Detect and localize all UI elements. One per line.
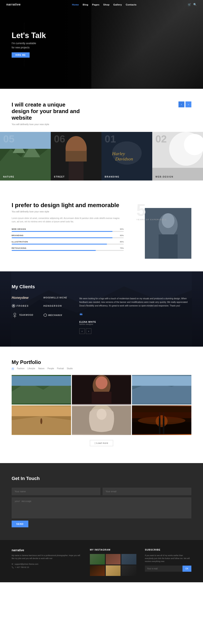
svg-rect-20 <box>158 234 178 259</box>
nav-contacts[interactable]: Contacts <box>126 4 136 6</box>
hero-subtitle2: for new projects <box>12 46 46 49</box>
svg-marker-30 <box>44 314 47 316</box>
nav-gallery[interactable]: Gallery <box>113 4 122 6</box>
footer-instagram-title: MY INSTAGRAM <box>90 548 136 551</box>
filter-studio[interactable]: Studio <box>67 367 73 370</box>
portfolio-item-4[interactable] <box>12 406 71 435</box>
svg-rect-34 <box>12 376 71 386</box>
contact-section: Get In Touch SEND <box>0 463 203 540</box>
filter-nature[interactable]: Nature <box>38 367 44 370</box>
carousel-item-nature: 05 NATURE <box>0 132 51 180</box>
instagram-item-5[interactable] <box>106 566 121 576</box>
portfolio-filters: All Fashion Lifestyle Nature People Port… <box>12 367 191 370</box>
svg-rect-8 <box>69 159 84 180</box>
years-badge: 5 YEARS OF EXPERIENCE <box>136 202 167 221</box>
carousel-item-branding: Harley Davidson 01 BRANDING <box>102 132 152 180</box>
skill-retouching: RETOUCHING 75% <box>12 247 124 251</box>
subscribe-input[interactable] <box>145 566 182 572</box>
client-teakwood: TEAKWOOD <box>12 312 39 318</box>
svg-point-37 <box>96 376 108 389</box>
skill-webdesign-name: WEB DESIGN <box>12 228 26 230</box>
client-mechanix: MECHANIX <box>43 312 71 318</box>
subscribe-button[interactable]: OK <box>182 566 191 572</box>
instagram-grid <box>90 554 136 576</box>
footer-subscribe-title: SUBSCRIBE <box>145 548 191 551</box>
skill-illustration-pct: 85% <box>120 241 124 243</box>
filter-portrait[interactable]: Portrait <box>57 367 64 370</box>
instagram-item-1[interactable] <box>90 554 105 564</box>
portfolio-grid-row1 <box>12 375 191 404</box>
svg-point-47 <box>40 418 42 424</box>
carousel-item-bg-nature: 05 NATURE <box>0 132 51 180</box>
instagram-item-3[interactable] <box>122 554 136 564</box>
footer: narrative My name is Serena Narcissus an… <box>0 540 203 582</box>
carousel-label-street: STREET <box>54 176 65 178</box>
instagram-item-2[interactable] <box>106 554 121 564</box>
phone-icon: 📞 <box>12 566 14 568</box>
testimonial-prev-button[interactable]: ‹ <box>79 328 85 334</box>
nav-pages[interactable]: Pages <box>92 4 100 6</box>
footer-email: ✉ support@primer-theme.com <box>12 563 82 565</box>
skill-retouching-name: RETOUCHING <box>12 247 26 249</box>
testimonial-next-button[interactable]: › <box>86 328 91 334</box>
carousel-item-bg-branding: Harley Davidson 01 BRANDING <box>102 132 152 180</box>
client-frobes: FROBES <box>12 304 39 308</box>
footer-desc: My name is Serena Narcissus and I'm a pr… <box>12 554 82 560</box>
nav-home[interactable]: Home <box>72 4 79 6</box>
carousel-label-webdesign: WEB-DESIGN <box>156 176 174 178</box>
svg-rect-59 <box>132 412 191 418</box>
nav-blog[interactable]: Blog <box>83 4 88 6</box>
nav-shop[interactable]: Shop <box>103 4 110 6</box>
carousel-item-bg-webdesign: 02 WEB-DESIGN <box>152 132 203 180</box>
portfolio-item-2[interactable] <box>72 375 131 404</box>
portfolio-item-1[interactable] <box>12 375 71 404</box>
hero-cta-button[interactable]: Hire Me <box>12 52 30 58</box>
portfolio-item-3[interactable] <box>132 375 191 404</box>
skill-illustration-name: ILLUSTRATION <box>12 241 28 243</box>
clients-left: My Clients Honeydew WOODWILLS NICHE FROB… <box>12 284 71 334</box>
instagram-item-4[interactable] <box>90 566 105 576</box>
prefer-section: I prefer to design light and memorable Y… <box>0 189 203 272</box>
contact-name-input[interactable] <box>12 488 100 495</box>
svg-rect-9 <box>66 151 87 162</box>
clients-right: We were looking for a logo with a touch … <box>79 284 191 334</box>
contact-title: Get In Touch <box>12 476 191 481</box>
svg-rect-17 <box>152 168 203 180</box>
testimonial-nav: ‹ › <box>79 328 191 334</box>
clients-title: My Clients <box>12 284 71 290</box>
portfolio-item-5[interactable] <box>72 406 131 435</box>
client-henderson: HENDERSON <box>43 304 71 308</box>
portfolio-title: My Portfolio <box>12 359 191 365</box>
carousel-prev-button[interactable]: ‹ <box>178 102 184 107</box>
filter-fashion[interactable]: Fashion <box>17 367 24 370</box>
filter-all[interactable]: All <box>12 367 14 370</box>
svg-rect-42 <box>132 376 191 386</box>
contact-message-textarea[interactable] <box>12 497 191 518</box>
cart-icon[interactable]: 🛒 <box>188 3 191 6</box>
years-label: YEARS OF EXPERIENCE <box>136 218 167 221</box>
filter-people[interactable]: People <box>47 367 54 370</box>
skill-branding-pct: 90% <box>120 234 124 236</box>
svg-rect-46 <box>12 406 71 416</box>
instagram-item-6[interactable] <box>122 566 136 576</box>
testimonial-text: We were looking for a logo with a touch … <box>79 297 191 308</box>
skill-bars: WEB DESIGN 90% BRANDING 90% ILLUSTRATION… <box>12 228 124 251</box>
navbar-icons: 🛒 🔍 <box>188 3 197 6</box>
footer-brand: narrative <box>12 548 82 552</box>
filter-lifestyle[interactable]: Lifestyle <box>28 367 35 370</box>
skill-branding-name: BRANDING <box>12 234 24 236</box>
contact-email-input[interactable] <box>102 488 191 495</box>
svg-point-50 <box>97 408 106 420</box>
testimonial-author: ELENA WHITE <box>79 321 191 323</box>
footer-about: narrative My name is Serena Narcissus an… <box>12 548 82 576</box>
svg-text:Harley: Harley <box>112 151 125 156</box>
prefer-desc: Lorem ipsum dolor sit amet, consectetur … <box>12 217 124 224</box>
portfolio-item-6[interactable] <box>132 406 191 435</box>
load-more-button[interactable]: | Load more <box>90 440 113 446</box>
search-icon[interactable]: 🔍 <box>193 3 197 6</box>
contact-send-button[interactable]: SEND <box>12 520 28 527</box>
carousel-next-button[interactable]: › <box>186 102 191 107</box>
client-logos-grid: Honeydew WOODWILLS NICHE FROBES HENDERSO… <box>12 296 71 318</box>
carousel-item-street: 06 STREET <box>51 132 102 180</box>
carousel-label-branding: BRANDING <box>105 176 120 178</box>
